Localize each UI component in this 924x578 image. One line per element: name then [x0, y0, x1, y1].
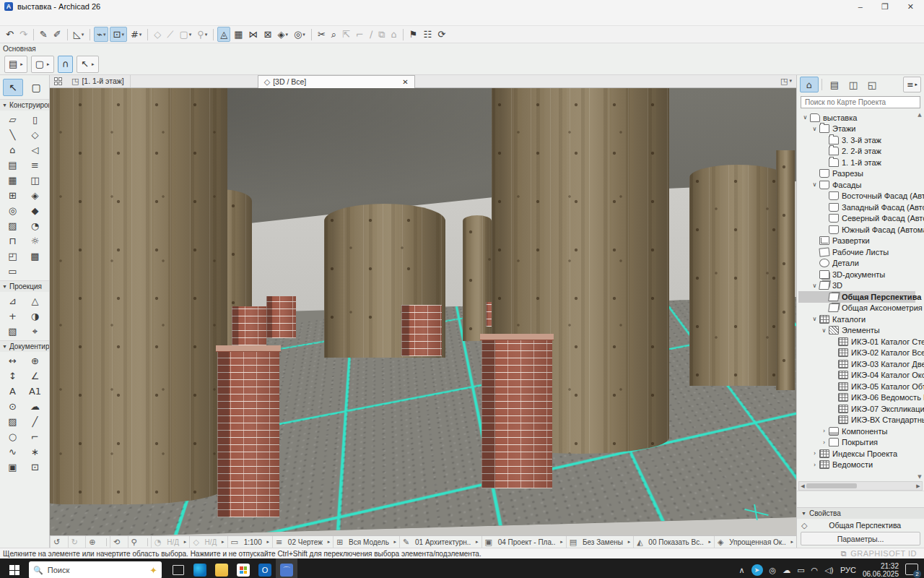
scale-select[interactable]: ▭ 1:100 ▸: [227, 536, 272, 548]
start-button[interactable]: [0, 558, 29, 578]
tool-window[interactable]: ⊞: [1, 188, 24, 203]
task-view-button[interactable]: [167, 558, 189, 578]
zoom-preset[interactable]: ◔ Н/Д ▸: [151, 536, 189, 548]
tray-app-icon[interactable]: ◎: [770, 566, 777, 575]
view-map-button[interactable]: ▤: [825, 77, 844, 92]
look-around[interactable]: ↻: [68, 536, 86, 548]
copilot-icon[interactable]: ✦: [149, 565, 157, 576]
tree-generic-perspective[interactable]: Общая Перспектива: [798, 291, 915, 303]
stretch-tool[interactable]: ⋈: [247, 27, 261, 41]
fillet-tool[interactable]: ⌐: [354, 27, 366, 41]
tree-expander-icon[interactable]: ∨: [801, 114, 809, 121]
inject-parameters[interactable]: ✐: [51, 27, 64, 41]
tool-level-dimension[interactable]: ↕: [1, 368, 24, 384]
split-tool[interactable]: ✂: [315, 27, 328, 41]
tab-close-icon[interactable]: ✕: [383, 78, 408, 86]
tree-story-1[interactable]: 1. 1-й этаж: [798, 157, 915, 168]
tree-expander-icon[interactable]: ∨: [811, 126, 819, 132]
tool-stair[interactable]: ▤: [1, 158, 24, 173]
solid-operations[interactable]: ◈ ▾: [276, 27, 291, 41]
tool-shell[interactable]: ◁: [24, 142, 46, 158]
tool-revision-cloud[interactable]: ☁: [24, 399, 46, 414]
tree-interior-elevations[interactable]: Развертки: [798, 236, 915, 247]
pick-up-parameters[interactable]: ✎: [38, 27, 50, 41]
tree-story-3[interactable]: 3. 3-й этаж: [798, 134, 915, 146]
tree-ike-05[interactable]: ИКЭ-05 Каталог Объектов: [798, 381, 915, 392]
tree-expander-icon[interactable]: ∨: [820, 327, 828, 334]
telegram-icon[interactable]: ➤: [751, 564, 763, 576]
anchor-tool[interactable]: ⚲ ▾: [195, 27, 209, 41]
magic-circle[interactable]: ◎ ▾: [292, 27, 308, 41]
notification-center-button[interactable]: 2: [905, 564, 920, 577]
marquee-tool[interactable]: ▢: [26, 79, 46, 96]
tool-curtain-wall[interactable]: ▦: [1, 173, 24, 188]
tree-ike-04[interactable]: ИКЭ-04 Каталог Окон: [798, 370, 915, 381]
resize-tool[interactable]: ⧉: [376, 27, 387, 41]
tree-elements[interactable]: ∨ Элементы: [798, 325, 915, 337]
clock[interactable]: 21:32 06.06.2025: [863, 562, 899, 578]
adjust-tool[interactable]: ⌕: [329, 27, 339, 41]
toolbox-section-design[interactable]: ▼ Конструирова: [0, 99, 49, 111]
scrollbar-thumb[interactable]: [806, 483, 857, 488]
layer-combination[interactable]: ▣ 04 Проект - Пла.. ▸: [481, 536, 566, 548]
tree-stories[interactable]: ∨ Этажи: [798, 124, 915, 135]
tree-schedules[interactable]: ∨ Каталоги: [798, 314, 915, 325]
battery-icon[interactable]: ▭: [797, 566, 804, 575]
magnet-toggle[interactable]: ∩: [58, 56, 74, 73]
tab-floor-plan[interactable]: ◳ [1. 1-й этаж]: [66, 75, 131, 87]
close-button[interactable]: ✕: [907, 2, 914, 12]
tool-skylight[interactable]: ◈: [24, 188, 46, 203]
tool-grid-element[interactable]: ▩: [24, 249, 46, 264]
tree-ike-07[interactable]: ИКЭ-07 Экспликация 1-й этаж: [798, 403, 915, 415]
tree-elevations[interactable]: ∨ Фасады: [798, 179, 915, 191]
tool-zone-stamp[interactable]: ⊙: [1, 399, 24, 414]
tree-expander-icon[interactable]: ∨: [811, 316, 819, 322]
graphic-override[interactable]: ▤ Без Замены ▸: [566, 536, 633, 548]
chamfer-tool[interactable]: ∕: [367, 27, 375, 41]
menu-design[interactable]: [33, 19, 43, 20]
properties-header[interactable]: ▼ Свойства: [797, 507, 924, 519]
tree-expander-icon[interactable]: ›: [811, 462, 819, 468]
marquee-presets[interactable]: ▢ ▸: [31, 56, 54, 73]
outlook-app-button[interactable]: O: [254, 558, 276, 578]
tree-3d[interactable]: ∨ 3D: [798, 280, 915, 292]
tool-elevation[interactable]: △: [24, 293, 46, 309]
tree-ike-01[interactable]: ИКЭ-01 Каталог Стен: [798, 336, 915, 348]
tool-zone[interactable]: ◔: [24, 218, 46, 233]
tool-worksheet[interactable]: ▧: [1, 324, 24, 339]
tree-details[interactable]: Детали: [798, 258, 915, 269]
tool-railing[interactable]: ≡: [24, 158, 46, 173]
tree-ike-vh[interactable]: ИКЭ-ВХ Стандартный Каталог I: [798, 415, 915, 426]
toolbox-section-document[interactable]: ▼ Документирова: [0, 340, 49, 352]
tree-lists[interactable]: › Ведомости: [798, 460, 915, 471]
onedrive-icon[interactable]: ☁: [783, 566, 790, 575]
tree-story-2[interactable]: 2. 2-й этаж: [798, 146, 915, 158]
orientation-preset[interactable]: ◇ Н/Д ▸: [189, 536, 227, 548]
language-indicator[interactable]: РУС: [840, 566, 856, 574]
pen-set-select[interactable]: ✎ 01 Архитектурн.. ▸: [399, 536, 481, 548]
menu-file[interactable]: [3, 19, 13, 20]
tool-wall[interactable]: ▱: [1, 112, 24, 127]
scroll-left-icon[interactable]: ◀: [799, 483, 806, 489]
tree-expander-icon[interactable]: ∨: [811, 181, 819, 188]
tool-circle[interactable]: ○: [1, 429, 24, 444]
tool-interior-elevation[interactable]: +: [1, 309, 24, 324]
tree-expander-icon[interactable]: ›: [820, 439, 828, 446]
tab-switcher-button[interactable]: ◳ ▾: [780, 75, 792, 87]
menu-options[interactable]: [53, 19, 64, 20]
coordinate-input[interactable]: ⊡ ▾: [110, 27, 126, 42]
3d-viewport[interactable]: [50, 88, 796, 535]
tool-opening[interactable]: ◎: [1, 203, 24, 218]
tree-expander-icon[interactable]: ›: [820, 428, 828, 434]
snap-grid[interactable]: # ▾: [128, 27, 144, 41]
tool-spline[interactable]: ∿: [1, 444, 24, 460]
3d-style-select[interactable]: ◈ Упрощенная Ок.. ▸: [714, 536, 796, 548]
tree-expander-icon[interactable]: ∨: [811, 282, 819, 289]
tool-hotspot[interactable]: ∗: [24, 444, 46, 460]
explorer-app-button[interactable]: [211, 558, 232, 578]
trim-tool[interactable]: ⊠: [262, 27, 274, 41]
tool-dimension[interactable]: ↔: [1, 353, 24, 368]
orbit[interactable]: ↺: [50, 536, 68, 548]
tree-elevation-north[interactable]: Северный Фасад (Автоматически: [798, 213, 915, 225]
tool-door[interactable]: ◫: [24, 173, 46, 188]
